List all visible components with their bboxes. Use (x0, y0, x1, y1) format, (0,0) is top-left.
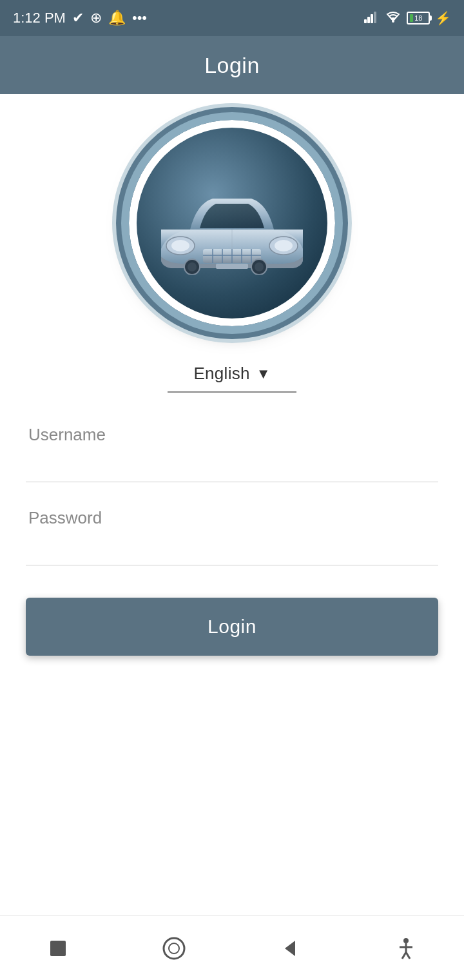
page-title: Login (204, 53, 260, 78)
app-logo (129, 120, 335, 326)
username-label: Username (26, 425, 438, 445)
car-illustration (155, 172, 309, 275)
status-icons-right: 18 ⚡ (364, 10, 451, 26)
username-group: Username (26, 425, 438, 482)
svg-point-25 (169, 943, 179, 954)
svg-rect-1 (367, 17, 370, 23)
home-circle-icon (161, 936, 187, 961)
more-icon: ••• (132, 10, 147, 26)
svg-marker-26 (285, 941, 295, 956)
svg-rect-3 (374, 12, 376, 23)
selected-language-label: English (193, 364, 249, 384)
battery-level: 18 (414, 14, 422, 22)
at-icon: ⊕ (90, 10, 102, 26)
svg-rect-2 (371, 14, 373, 23)
status-time-area: 1:12 PM ✔ ⊕ 🔔 ••• (13, 10, 147, 26)
nav-stop-button[interactable] (39, 929, 77, 968)
main-content: English ▼ Username Password Login (0, 94, 464, 828)
accessibility-icon (393, 936, 419, 961)
svg-rect-23 (50, 941, 66, 956)
charging-icon: ⚡ (435, 10, 451, 26)
password-input[interactable] (26, 534, 438, 565)
username-input[interactable] (26, 451, 438, 482)
battery-icon: 18 (407, 12, 430, 24)
back-icon (277, 936, 303, 961)
svg-rect-17 (216, 264, 248, 269)
svg-point-21 (255, 262, 264, 271)
svg-point-16 (275, 240, 293, 251)
language-selector[interactable]: English ▼ (168, 358, 296, 393)
chevron-down-icon: ▼ (256, 366, 271, 382)
wifi-icon (385, 10, 401, 26)
app-logo-container (129, 120, 335, 326)
svg-line-31 (406, 952, 410, 959)
nav-home-button[interactable] (155, 929, 193, 968)
svg-point-24 (164, 938, 184, 959)
svg-line-30 (402, 952, 406, 959)
svg-point-19 (188, 262, 197, 271)
status-time: 1:12 PM (13, 10, 66, 26)
password-group: Password (26, 508, 438, 565)
language-selector-container[interactable]: English ▼ (168, 358, 296, 393)
login-form: Username Password Login (19, 425, 445, 656)
nav-bar (0, 916, 464, 980)
svg-point-14 (171, 240, 189, 251)
check-icon: ✔ (72, 10, 84, 26)
signal-icon (364, 10, 380, 26)
svg-point-4 (392, 20, 394, 23)
app-header: Login (0, 36, 464, 94)
notification-icon: 🔔 (108, 10, 126, 26)
nav-accessibility-button[interactable] (387, 929, 425, 968)
svg-rect-0 (364, 19, 367, 23)
login-button[interactable]: Login (26, 598, 438, 656)
svg-point-27 (403, 938, 409, 943)
password-label: Password (26, 508, 438, 528)
stop-icon (45, 936, 71, 961)
status-bar: 1:12 PM ✔ ⊕ 🔔 ••• 18 ⚡ (0, 0, 464, 36)
nav-back-button[interactable] (271, 929, 309, 968)
